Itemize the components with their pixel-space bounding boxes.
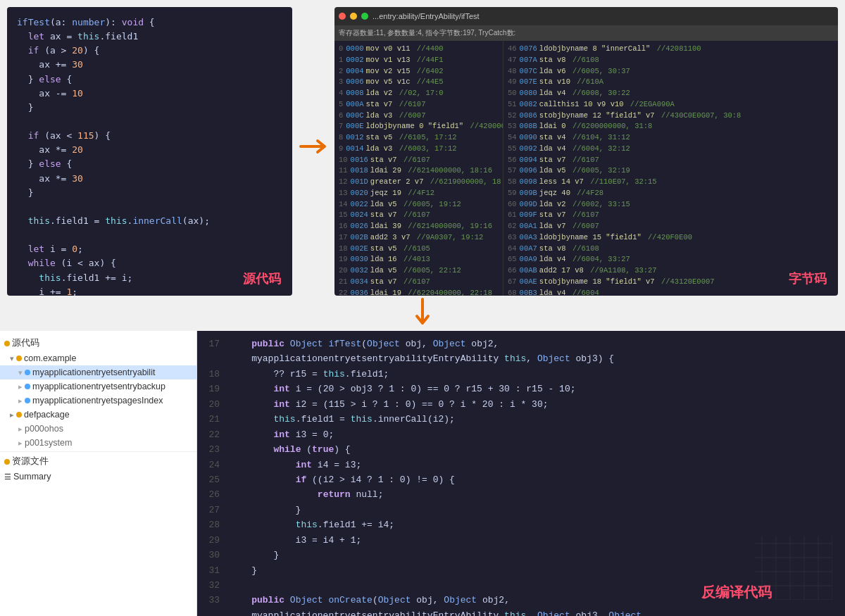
- bc-line: 59009Bjeqz 40 //4F28: [503, 188, 838, 199]
- code-line-22: 22 int i3 = 0;: [197, 427, 845, 442]
- sidebar-label: defpackage: [24, 410, 70, 420]
- code-line-31: 31 }: [197, 563, 845, 578]
- bc-line: 500080lda v4 //6008, 30:22: [503, 88, 838, 99]
- bc-line: 7000Eldobjbyname 0 "field1" //42000608: [334, 121, 503, 132]
- bytecode-toolbar-text: 寄存器数量:11, 参数数量:4, 指令字节数:197, TryCatch数:: [334, 25, 838, 41]
- dot-icon: [25, 384, 30, 389]
- bc-line: 110018ldai 29 //6214000000, 18:16: [334, 165, 503, 177]
- minimize-btn[interactable]: [350, 13, 357, 20]
- decompiled-panel: 17 public Object ifTest(Object obj, Obje…: [197, 331, 845, 616]
- bc-line: 190030lda 16 //4013: [334, 254, 503, 265]
- arrow-icon: ▾: [18, 368, 23, 377]
- bc-line: 6500A9lda v4 //6004, 33:27: [503, 254, 838, 265]
- bc-line: 49007Esta v10 //610A: [503, 77, 838, 88]
- bc-line: 6200A1lda v7 //6007: [503, 221, 838, 232]
- bc-line: 40008lda v2 //02, 17:0: [334, 88, 503, 99]
- sidebar-item-defpackage[interactable]: ▸ defpackage: [0, 408, 196, 422]
- code-line-24: 24 int i4 = i3;: [197, 458, 845, 472]
- maximize-btn[interactable]: [361, 13, 368, 20]
- bc-line: 510082callthis1 10 v9 v10 //2EGA090A: [503, 99, 838, 111]
- bc-line: 200032lda v5 //6005, 22:12: [334, 265, 503, 277]
- bc-line: 540090sta v4 //6104, 31:12: [503, 132, 838, 144]
- bc-line: 80012sta v5 //6105, 17:12: [334, 132, 503, 144]
- bytecode-content: 00000mov v0 v11 //4400 10002mov v1 v13 /…: [334, 41, 838, 296]
- source-code-text: ifTest(a: number): void { let ax = this.…: [7, 7, 292, 296]
- code-line-29: 29 i3 = i4 + 1;: [197, 533, 845, 548]
- chevron-right-icon: ▸: [10, 410, 14, 420]
- bc-line: 6600ABadd2 17 v8 //9A1108, 33:27: [503, 265, 838, 277]
- sidebar-item-sourcecode[interactable]: 源代码: [0, 335, 196, 351]
- bc-line: 18002Esta v5 //6105: [334, 244, 503, 255]
- bc-line: 10002mov v1 v13 //44F1: [334, 55, 503, 66]
- source-label: 源代码: [243, 270, 281, 287]
- dot-icon: [16, 356, 22, 361]
- arrow-to-decompiled: [0, 292, 845, 331]
- watermark: [755, 536, 832, 603]
- code-line-30: 30 }: [197, 548, 845, 562]
- bytecode-instructions: 00000mov v0 v11 //4400 10002mov v1 v13 /…: [334, 41, 503, 296]
- arrow-icon: ▸: [18, 396, 23, 406]
- top-section: ifTest(a: number): void { let ax = this.…: [0, 0, 845, 292]
- code-line-20: 20 int i2 = (115 > i ? 1 : 0) == 0 ? i *…: [197, 397, 845, 412]
- bc-line: 550092lda v4 //6004, 32:12: [503, 144, 838, 155]
- code-line-17: 17 public Object ifTest(Object obj, Obje…: [197, 337, 845, 351]
- bytecode-panel: ...entry:ability/EntryAbility/ifTest 寄存器…: [334, 7, 838, 296]
- arrow-icon: ▸: [18, 425, 23, 434]
- code-line-19: 19 int i = (20 > obj3 ? 1 : 0) == 0 ? r1…: [197, 382, 845, 396]
- bytecode-instructions-right: 460076ldobjbyname 8 "innerCall" //420811…: [503, 41, 838, 296]
- sidebar-item-entrybackup[interactable]: ▸ myapplicationentryetsentrybackup: [0, 379, 196, 394]
- bc-line: 6800B3lda v4 //6004: [503, 288, 838, 296]
- sidebar-item-entryability[interactable]: ▾ myapplicationentryetsentryabilit: [0, 365, 196, 379]
- code-line-26: 26 return null;: [197, 487, 845, 502]
- bc-line: 6700AEstobjbyname 18 "field1" v7 //43120…: [503, 277, 838, 288]
- bc-line: 560094sta v7 //6107: [503, 155, 838, 166]
- sidebar-label: myapplicationentryetsentrybackup: [32, 382, 165, 391]
- bc-line: 130020jeqz 19 //4F12: [334, 188, 503, 199]
- sidebar-item-p000ohos[interactable]: ▸ p000ohos: [0, 422, 196, 436]
- sidebar-item-resources[interactable]: 资源文件: [0, 453, 196, 470]
- code-line-25: 25 if ((i2 > i4 ? 1 : 0) != 0) {: [197, 472, 845, 487]
- bc-line: 160026ldai 39 //6214000000, 19:16: [334, 221, 503, 232]
- bc-line: 30006mov v5 v1c //44E5: [334, 77, 503, 88]
- bc-line: 47007Asta v8 //6108: [503, 55, 838, 66]
- bc-line: 150024sta v7 //6107: [334, 210, 503, 221]
- code-line-21: 21 this.field1 = this.innerCall(i2);: [197, 412, 845, 427]
- dot-icon: [16, 412, 22, 417]
- code-line-33b: myapplicationentryetsentryabilityEntryAb…: [197, 608, 845, 616]
- bc-line: 60009Dlda v2 //6002, 33:15: [503, 199, 838, 210]
- dot-icon: [25, 370, 30, 375]
- sidebar: 源代码 ▾ com.example ▾ myapplicationentryet…: [0, 331, 197, 616]
- bc-line: 580098less 14 v7 //110E07, 32:15: [503, 177, 838, 188]
- sidebar-label: 资源文件: [12, 455, 49, 467]
- sidebar-label: p000ohos: [25, 424, 63, 434]
- sidebar-item-p001system[interactable]: ▸ p001system: [0, 436, 196, 450]
- bc-line: 20004mov v2 v15 //6402: [334, 66, 503, 77]
- bytecode-titlebar: ...entry:ability/EntryAbility/ifTest: [334, 7, 838, 25]
- sidebar-item-comexample[interactable]: ▾ com.example: [0, 351, 196, 365]
- bc-line: 61009Fsta v7 //6107: [503, 210, 838, 221]
- bc-line: 210034sta v7 //6107: [334, 277, 503, 288]
- arrow-icon: ▸: [18, 439, 23, 448]
- sidebar-item-summary[interactable]: ☰ Summary: [0, 470, 196, 484]
- bc-line: 12001Dgreater 2 v7 //6219000000, 18:23: [334, 177, 503, 188]
- bc-line: 570096lda v5 //6005, 32:19: [503, 165, 838, 177]
- bc-line: 00000mov v0 v11 //4400: [334, 44, 503, 55]
- code-line-28: 28 this.field1 += i4;: [197, 517, 845, 532]
- sidebar-label: p001system: [25, 438, 72, 448]
- sidebar-item-pagesindex[interactable]: ▸ myapplicationentryetspagesIndex: [0, 394, 196, 408]
- bc-line: 6000Clda v3 //6007: [334, 111, 503, 122]
- code-line-23: 23 while (true) {: [197, 442, 845, 457]
- sidebar-label: com.example: [24, 353, 76, 363]
- summary-icon: ☰: [4, 472, 11, 482]
- bytecode-label: 字节码: [789, 270, 827, 287]
- dot-icon: [4, 341, 10, 346]
- bc-line: 520086stobjbyname 12 "field1" v7 //430C0…: [503, 111, 838, 122]
- bc-line: 460076ldobjbyname 8 "innerCall" //420811…: [503, 44, 838, 55]
- sidebar-label: myapplicationentryetspagesIndex: [32, 396, 163, 406]
- bc-line: 6400A7sta v8 //6108: [503, 244, 838, 255]
- sidebar-divider: [0, 451, 196, 452]
- close-btn[interactable]: [339, 13, 346, 20]
- bytecode-path: ...entry:ability/EntryAbility/ifTest: [373, 12, 480, 20]
- code-line-17b: myapplicationentryetsentryabilityEntryAb…: [197, 351, 845, 366]
- arrow-icon: ▸: [18, 382, 23, 391]
